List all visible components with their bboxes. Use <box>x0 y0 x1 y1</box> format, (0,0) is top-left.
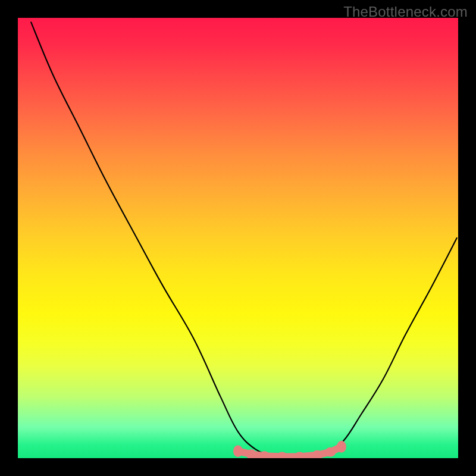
chart-container: TheBottleneck.com <box>0 0 476 476</box>
watermark-text: TheBottleneck.com <box>343 4 468 20</box>
marker-dot <box>233 445 243 457</box>
marker-dot <box>337 441 346 453</box>
marker-dot <box>325 447 336 457</box>
plot-area <box>18 18 458 458</box>
marker-svg <box>18 18 458 458</box>
marker-dot <box>277 452 287 458</box>
